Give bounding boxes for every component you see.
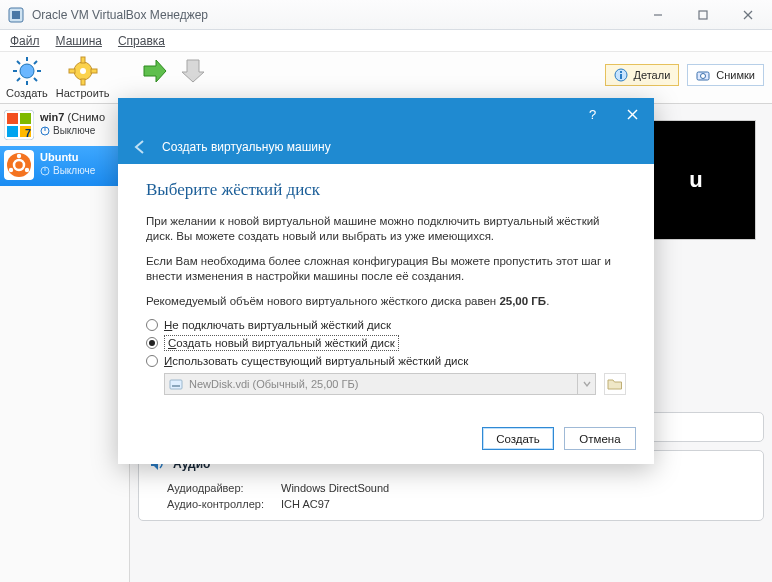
- vm-item-win7[interactable]: 7 win7 (Снимо Выключе: [0, 106, 129, 146]
- svg-rect-46: [172, 385, 180, 387]
- virtualbox-logo-icon: [8, 7, 24, 23]
- svg-line-11: [17, 61, 20, 64]
- dialog-heading: Выберите жёсткий диск: [146, 180, 626, 200]
- power-off-icon: [40, 166, 50, 176]
- vm-state: Выключе: [53, 124, 95, 138]
- tab-details-label: Детали: [634, 69, 671, 81]
- svg-line-12: [34, 78, 37, 81]
- svg-rect-1: [12, 11, 20, 19]
- dialog-text-2: Если Вам необходима более сложная конфиг…: [146, 254, 626, 284]
- radio-create-disk[interactable]: Создать новый виртуальный жёсткий диск: [146, 335, 626, 351]
- toolbar-settings-button[interactable]: Настроить: [56, 56, 110, 99]
- cancel-button[interactable]: Отмена: [564, 427, 636, 450]
- details-icon: [614, 68, 628, 82]
- menu-machine[interactable]: Машина: [56, 34, 102, 48]
- dialog-titlebar: ?: [118, 98, 654, 130]
- vm-name: Ubuntu: [40, 150, 95, 164]
- maximize-button[interactable]: [680, 0, 725, 29]
- svg-rect-20: [91, 69, 97, 73]
- dialog-wizard-title: Создать виртуальную машину: [162, 140, 331, 154]
- dialog-footer: Создать Отмена: [482, 427, 636, 450]
- window-title: Oracle VM VirtualBox Менеджер: [32, 8, 208, 22]
- create-button[interactable]: Создать: [482, 427, 554, 450]
- svg-point-37: [17, 154, 21, 158]
- dialog-text-3: Рекомедуемый объём нового виртуального ж…: [146, 294, 626, 309]
- dialog-close-button[interactable]: [612, 98, 652, 130]
- radio-icon: [146, 319, 158, 331]
- dialog-text-1: При желании к новой виртуальной машине м…: [146, 214, 626, 244]
- disk-combo-value: NewDisk.vdi (Обычный, 25,00 ГБ): [189, 378, 358, 390]
- svg-point-25: [701, 74, 706, 79]
- dialog-subheader: Создать виртуальную машину: [118, 130, 654, 164]
- audio-driver-value: Windows DirectSound: [281, 480, 389, 496]
- minimize-button[interactable]: [635, 0, 680, 29]
- menubar: Файл Машина Справка: [0, 30, 772, 52]
- svg-point-38: [9, 168, 13, 172]
- audio-driver-label: Аудиодрайвер:: [167, 480, 277, 496]
- tab-snapshots-label: Снимки: [716, 69, 755, 81]
- svg-text:7: 7: [25, 127, 31, 139]
- discard-arrow-icon: [178, 56, 208, 86]
- toolbar-create-label: Создать: [6, 87, 48, 99]
- create-vm-dialog: ? Создать виртуальную машину Выберите жё…: [118, 98, 654, 464]
- svg-line-13: [34, 61, 37, 64]
- titlebar: Oracle VM VirtualBox Менеджер: [0, 0, 772, 30]
- svg-rect-17: [81, 57, 85, 63]
- gear-icon: [68, 56, 98, 86]
- close-button[interactable]: [725, 0, 770, 29]
- audio-controller-label: Аудио-контроллер:: [167, 496, 277, 512]
- vm-name: win7: [40, 111, 64, 123]
- svg-rect-27: [7, 113, 18, 124]
- existing-disk-combo: NewDisk.vdi (Обычный, 25,00 ГБ): [164, 373, 626, 395]
- radio-existing-disk[interactable]: Использовать существующий виртуальный жё…: [146, 355, 626, 367]
- vm-state: Выключе: [53, 164, 95, 178]
- dialog-help-button[interactable]: ?: [572, 98, 612, 130]
- svg-rect-29: [7, 126, 18, 137]
- start-arrow-icon: [140, 56, 170, 86]
- menu-file[interactable]: Файл: [10, 34, 40, 48]
- svg-text:?: ?: [589, 108, 596, 120]
- menu-help[interactable]: Справка: [118, 34, 165, 48]
- tab-snapshots[interactable]: Снимки: [687, 64, 764, 86]
- svg-point-39: [25, 168, 29, 172]
- toolbar-create-button[interactable]: Создать: [6, 56, 48, 99]
- toolbar-discard-button[interactable]: [178, 56, 208, 99]
- vm-preview: u: [636, 120, 756, 240]
- svg-point-16: [80, 68, 86, 74]
- svg-rect-3: [699, 11, 707, 19]
- toolbar-settings-label: Настроить: [56, 87, 110, 99]
- svg-rect-45: [170, 380, 182, 389]
- vm-list[interactable]: 7 win7 (Снимо Выключе Ubuntu Выключе: [0, 104, 130, 582]
- audio-controller-value: ICH AC97: [281, 496, 330, 512]
- sun-new-icon: [12, 56, 42, 86]
- browse-disk-button: [604, 373, 626, 395]
- svg-rect-22: [620, 71, 622, 73]
- ubuntu-icon: [4, 150, 34, 180]
- svg-rect-19: [69, 69, 75, 73]
- toolbar: Создать Настроить Детали Снимки: [0, 52, 772, 104]
- tab-details[interactable]: Детали: [605, 64, 680, 86]
- folder-open-icon: [607, 377, 623, 391]
- dialog-body: Выберите жёсткий диск При желании к ново…: [118, 164, 654, 401]
- svg-line-14: [17, 78, 20, 81]
- disk-combo-box: NewDisk.vdi (Обычный, 25,00 ГБ): [164, 373, 578, 395]
- back-arrow-icon[interactable]: [132, 139, 148, 155]
- camera-icon: [696, 68, 710, 82]
- svg-rect-23: [620, 74, 622, 79]
- radio-no-disk[interactable]: Не подключать виртуальный жёсткий диск: [146, 319, 626, 331]
- chevron-down-icon: [583, 380, 591, 388]
- disk-combo-dropdown: [578, 373, 596, 395]
- windows7-icon: 7: [4, 110, 34, 140]
- power-off-icon: [40, 126, 50, 136]
- toolbar-start-button[interactable]: [140, 56, 170, 99]
- radio-icon: [146, 337, 158, 349]
- svg-rect-18: [81, 79, 85, 85]
- svg-point-6: [20, 64, 34, 78]
- vm-item-ubuntu[interactable]: Ubuntu Выключе: [0, 146, 129, 186]
- radio-icon: [146, 355, 158, 367]
- svg-rect-28: [20, 113, 31, 124]
- disk-icon: [169, 377, 183, 391]
